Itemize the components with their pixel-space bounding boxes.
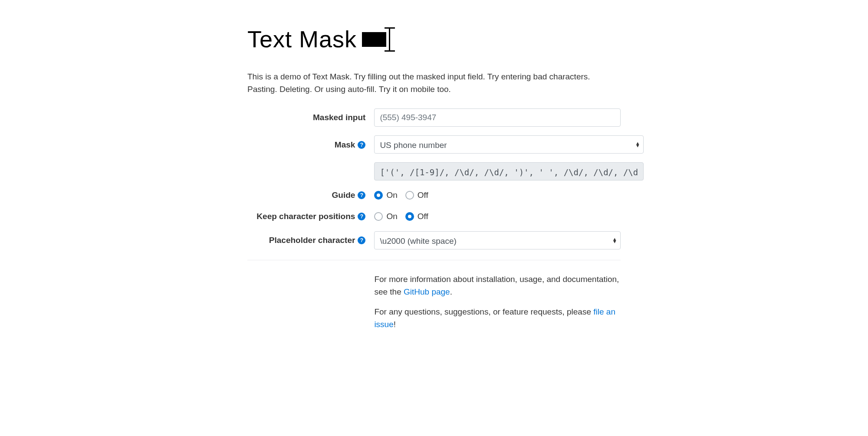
row-mask: Mask ? US phone number ▴▾ ['(', /[1-9]/,… <box>247 135 621 180</box>
label-mask: Mask ? <box>247 135 374 151</box>
mask-select[interactable]: US phone number <box>374 135 644 154</box>
label-guide: Guide ? <box>247 189 374 202</box>
footer-issue: For any questions, suggestions, or featu… <box>374 306 621 331</box>
github-link[interactable]: GitHub page <box>404 287 450 296</box>
placeholder-char-select[interactable]: \u2000 (white space) <box>374 231 621 249</box>
row-guide: Guide ? On Off <box>247 189 621 202</box>
help-icon[interactable]: ? <box>358 236 365 244</box>
divider <box>247 260 621 260</box>
keep-char-radio-on[interactable]: On <box>374 210 397 223</box>
mask-definition-display: ['(', /[1-9]/, /\d/, /\d/, ')', ' ', /\d… <box>374 162 644 180</box>
label-placeholder-char: Placeholder character ? <box>247 234 374 247</box>
page-header: Text Mask <box>247 0 621 66</box>
masked-input-field[interactable] <box>374 108 621 127</box>
text-mask-logo-icon <box>362 27 396 52</box>
radio-icon <box>405 191 414 200</box>
radio-icon <box>374 212 383 221</box>
footer-info: For more information about installation,… <box>374 273 621 298</box>
row-keep-char-positions: Keep character positions ? On Off <box>247 210 621 223</box>
page-title: Text Mask <box>247 22 357 57</box>
help-icon[interactable]: ? <box>358 141 365 149</box>
row-masked-input: Masked input <box>247 108 621 127</box>
keep-char-radio-off[interactable]: Off <box>405 210 428 223</box>
footer: For more information about installation,… <box>374 273 621 331</box>
guide-radio-on[interactable]: On <box>374 189 397 202</box>
radio-icon <box>405 212 414 221</box>
guide-radio-off[interactable]: Off <box>405 189 428 202</box>
label-keep-char-positions: Keep character positions ? <box>247 210 374 223</box>
row-placeholder-char: Placeholder character ? \u2000 (white sp… <box>247 231 621 249</box>
label-masked-input: Masked input <box>247 111 374 124</box>
help-icon[interactable]: ? <box>358 191 365 199</box>
page-container: Text Mask This is a demo of Text Mask. T… <box>239 0 629 331</box>
radio-icon <box>374 191 383 200</box>
intro-text: This is a demo of Text Mask. Try filling… <box>247 71 621 95</box>
help-icon[interactable]: ? <box>358 213 365 220</box>
